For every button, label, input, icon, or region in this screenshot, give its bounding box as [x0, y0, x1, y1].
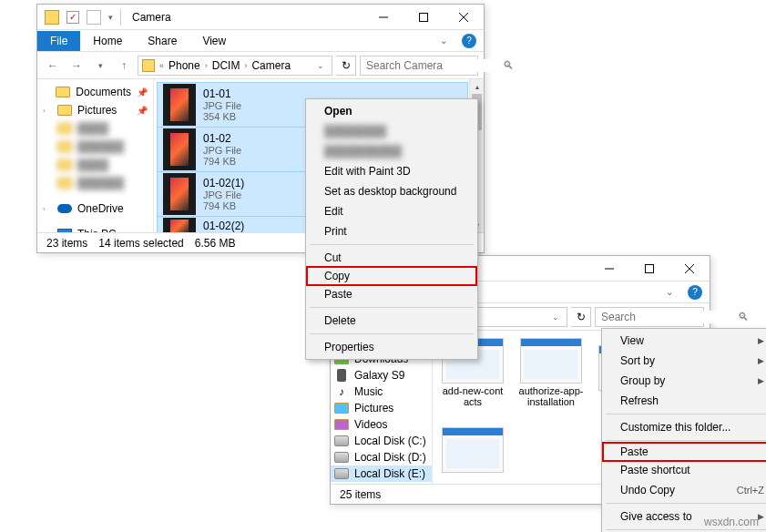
close-button[interactable] [669, 256, 710, 281]
status-selected-count: 14 items selected [98, 237, 183, 250]
search-input[interactable] [366, 59, 503, 72]
breadcrumb-phone[interactable]: Phone [169, 59, 200, 72]
scroll-up-icon[interactable]: ▴ [470, 79, 484, 94]
nav-thispc[interactable]: ›This PC [37, 225, 153, 232]
maximize-button[interactable] [629, 256, 669, 281]
cm-properties[interactable]: Properties [308, 337, 475, 357]
nav-label: OneDrive [77, 202, 124, 215]
cm-customize[interactable]: Customize this folder... [604, 417, 766, 437]
grid-item[interactable]: authorize-app-installation [518, 338, 584, 407]
help-icon[interactable]: ? [462, 34, 476, 48]
cm-view[interactable]: View▶ [604, 331, 766, 351]
ribbon-tab-view[interactable]: View [189, 31, 239, 51]
back-button[interactable]: ← [43, 56, 63, 76]
titlebar[interactable]: ✓ ▾ Camera [37, 5, 484, 30]
nav-pictures[interactable]: ›Pictures📌 [37, 101, 153, 119]
cm-undo[interactable]: Undo CopyCtrl+Z [604, 480, 766, 500]
recent-locations-button[interactable]: ▾ [90, 56, 110, 76]
cm-accel: Ctrl+Z [737, 485, 764, 496]
navigation-pane[interactable]: Documents📌 ›Pictures📌 ████ ██████ ████ █… [37, 79, 154, 232]
cm-cut[interactable]: Cut [308, 248, 475, 268]
search-icon[interactable]: 🔍︎ [503, 59, 514, 72]
cm-label: Copy [324, 270, 350, 282]
qat-item[interactable]: ✓ [66, 11, 79, 24]
ribbon-tab-share[interactable]: Share [135, 31, 189, 51]
pin-icon: 📌 [137, 87, 148, 97]
nav-locale[interactable]: Local Disk (E:) [331, 466, 432, 482]
maximize-button[interactable] [403, 5, 444, 30]
cm-paste[interactable]: Paste [308, 284, 475, 304]
nav-pictures[interactable]: Pictures [331, 400, 432, 416]
cm-print[interactable]: Print [308, 221, 475, 241]
breadcrumb-dcim[interactable]: DCIM [212, 59, 240, 72]
cm-open[interactable]: Open [308, 101, 475, 121]
cm-edit[interactable]: Edit [308, 201, 475, 221]
forward-button[interactable]: → [66, 56, 87, 76]
file-size: 354 KB [203, 111, 241, 122]
cm-label: Paste [324, 288, 352, 301]
cm-label: Sort by [620, 354, 655, 367]
ribbon-collapse-icon[interactable]: ⌄ [659, 287, 680, 297]
chevron-right-icon: ▶ [758, 512, 764, 521]
cm-paste[interactable]: Paste [602, 442, 766, 462]
nav-item-blurred[interactable]: ██████ [37, 174, 153, 192]
address-dropdown-icon[interactable]: ⌄ [313, 61, 328, 70]
qat-item[interactable] [87, 10, 101, 25]
nav-onedrive[interactable]: ›OneDrive [37, 200, 153, 218]
minimize-button[interactable] [363, 5, 403, 30]
onedrive-icon [57, 204, 72, 213]
cm-sortby[interactable]: Sort by▶ [604, 351, 766, 371]
nav-item-blurred[interactable]: ████ [37, 119, 153, 138]
nav-item-blurred[interactable]: ██████ [37, 138, 153, 156]
ribbon-tab-file[interactable]: File [37, 31, 80, 51]
folder-icon [142, 59, 155, 72]
nav-item-blurred[interactable]: ████ [37, 156, 153, 174]
chevron-right-icon[interactable]: › [202, 61, 210, 70]
file-type: JPG File [203, 100, 241, 111]
cm-delete[interactable]: Delete [308, 311, 475, 331]
folder-icon [57, 105, 72, 116]
refresh-button[interactable]: ↻ [571, 307, 591, 327]
address-bar[interactable]: « Phone › DCIM › Camera ⌄ [138, 56, 332, 76]
refresh-button[interactable]: ↻ [336, 56, 356, 76]
close-button[interactable] [444, 5, 484, 30]
file-type: JPG File [203, 189, 244, 200]
search-box[interactable]: 🔍︎ [360, 56, 478, 76]
disk-icon [334, 435, 349, 446]
nav-videos[interactable]: Videos [331, 416, 432, 433]
file-thumbnail [163, 218, 196, 232]
nav-locald[interactable]: Local Disk (D:) [331, 449, 432, 466]
address-dropdown-icon[interactable]: ⌄ [548, 312, 563, 322]
cm-refresh[interactable]: Refresh [604, 391, 766, 411]
minimize-button[interactable] [589, 256, 629, 281]
ribbon-tab-home[interactable]: Home [80, 31, 135, 51]
cm-item-blurred[interactable]: ██████████ [308, 141, 475, 161]
cm-item-blurred[interactable]: ████████ [308, 121, 475, 141]
grid-item[interactable] [440, 427, 506, 473]
up-button[interactable]: ↑ [114, 56, 134, 76]
search-input[interactable] [601, 311, 738, 323]
chevron-right-icon: ▶ [758, 376, 764, 385]
nav-music[interactable]: ♪Music [331, 384, 432, 400]
cm-copy[interactable]: Copy [306, 266, 477, 286]
nav-galaxy[interactable]: Galaxy S9 [331, 367, 432, 384]
nav-localc[interactable]: Local Disk (C:) [331, 433, 432, 449]
qat-dropdown-icon[interactable]: ▾ [108, 13, 113, 22]
menu-separator [606, 414, 766, 414]
breadcrumb-camera[interactable]: Camera [251, 59, 291, 72]
file-thumbnail [520, 338, 582, 384]
search-box[interactable]: 🔍︎ [595, 307, 704, 327]
menu-separator [310, 333, 474, 334]
cm-paint3d[interactable]: Edit with Paint 3D [308, 161, 475, 181]
nav-documents[interactable]: Documents📌 [37, 83, 153, 101]
music-icon: ♪ [334, 384, 349, 399]
chevron-right-icon[interactable]: « [157, 61, 167, 70]
chevron-right-icon[interactable]: › [241, 61, 250, 70]
cm-label: Properties [324, 341, 374, 353]
help-icon[interactable]: ? [688, 285, 702, 300]
cm-wallpaper[interactable]: Set as desktop background [308, 181, 475, 201]
search-icon[interactable]: 🔍︎ [738, 311, 749, 323]
cm-paste-shortcut[interactable]: Paste shortcut [604, 460, 766, 480]
cm-groupby[interactable]: Group by▶ [604, 371, 766, 391]
ribbon-collapse-icon[interactable]: ⌄ [433, 36, 454, 46]
